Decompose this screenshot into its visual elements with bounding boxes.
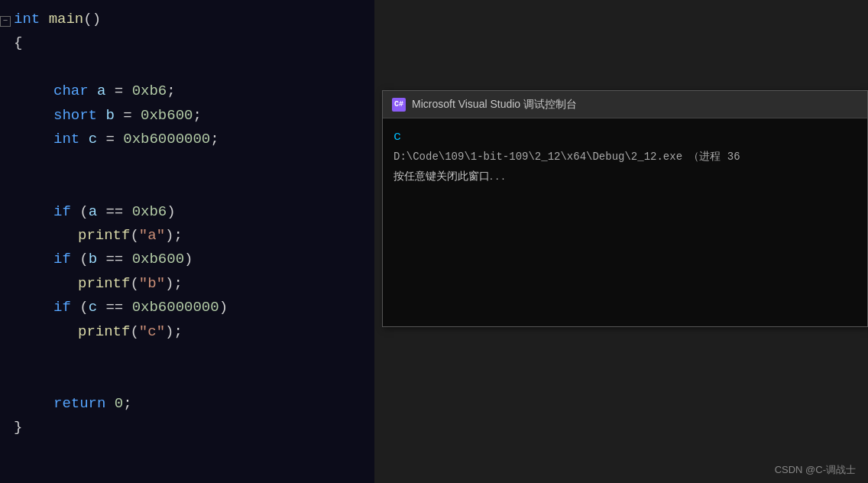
console-output: c D:\Code\109\1-bit-109\2_12\x64\Debug\2…	[383, 118, 867, 326]
code-line-18: }	[0, 416, 374, 439]
code-line-13: if ( c == 0xb6000000 )	[0, 296, 374, 319]
output-path-line: D:\Code\109\1-bit-109\2_12\x64\Debug\2_1…	[394, 148, 857, 165]
code-line-16	[0, 368, 374, 392]
output-wait-line: 按任意键关闭此窗口. . .	[394, 167, 857, 184]
console-title: Microsoft Visual Studio 调试控制台	[412, 98, 577, 112]
code-line-3	[0, 56, 374, 79]
code-line-5: short b = 0xb600 ;	[0, 104, 374, 128]
code-line-4: char a = 0xb6 ;	[0, 79, 374, 103]
code-line-9: if ( a == 0xb6 )	[0, 200, 374, 224]
code-line-6: int c = 0xb6000000 ;	[0, 128, 374, 151]
collapse-icon[interactable]: −	[0, 16, 11, 27]
output-c-line: c	[394, 126, 857, 147]
vs-icon: C#	[392, 98, 406, 112]
function-main: main	[49, 8, 84, 31]
debug-console[interactable]: C# Microsoft Visual Studio 调试控制台 c D:\Co…	[382, 90, 868, 327]
code-line-8	[0, 176, 374, 199]
code-line-14: printf ( "c" );	[0, 320, 374, 344]
code-line-17: return 0 ;	[0, 392, 374, 416]
console-titlebar: C# Microsoft Visual Studio 调试控制台	[383, 91, 867, 118]
code-line-10: printf ( "a" );	[0, 224, 374, 248]
code-line-11: if ( b == 0xb600 )	[0, 248, 374, 271]
code-editor: − int main () { char a = 0xb6 ; short	[0, 0, 374, 483]
keyword-int: int	[14, 8, 40, 31]
code-line-7	[0, 152, 374, 176]
code-line-2: {	[0, 31, 374, 55]
watermark: CSDN @C-调战士	[775, 463, 856, 477]
code-line-12: printf ( "b" );	[0, 272, 374, 296]
code-line-1: − int main ()	[0, 8, 374, 31]
code-line-15	[0, 344, 374, 368]
